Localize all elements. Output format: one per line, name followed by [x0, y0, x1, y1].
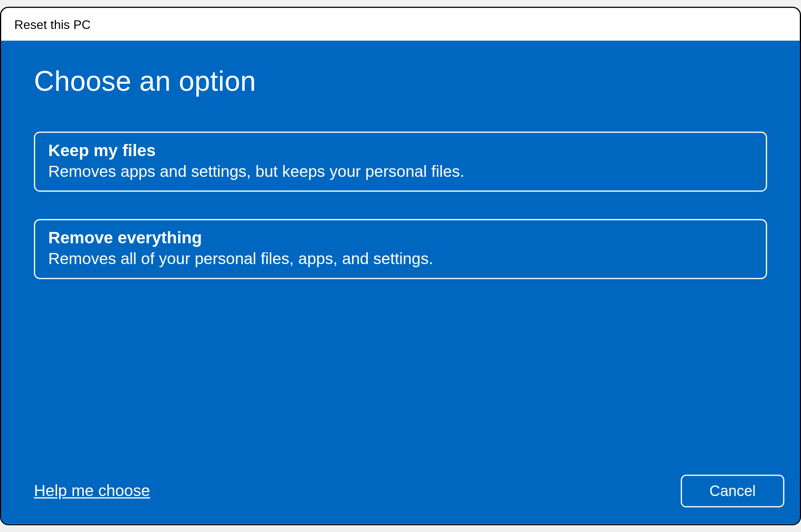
- titlebar: Reset this PC: [1, 8, 800, 41]
- option-title: Remove everything: [48, 228, 753, 248]
- dialog-title: Reset this PC: [14, 17, 91, 31]
- option-description: Removes apps and settings, but keeps you…: [48, 163, 753, 181]
- option-title: Keep my files: [48, 141, 753, 160]
- option-description: Removes all of your personal files, apps…: [48, 250, 753, 268]
- dialog-footer: Help me choose Cancel: [34, 475, 785, 508]
- help-me-choose-link[interactable]: Help me choose: [34, 482, 150, 500]
- cancel-button[interactable]: Cancel: [681, 475, 784, 508]
- remove-everything-option[interactable]: Remove everything Removes all of your pe…: [34, 219, 767, 279]
- options-list: Keep my files Removes apps and settings,…: [34, 131, 767, 279]
- keep-my-files-option[interactable]: Keep my files Removes apps and settings,…: [34, 131, 767, 192]
- dialog-content: Choose an option Keep my files Removes a…: [1, 41, 800, 524]
- page-heading: Choose an option: [34, 65, 767, 97]
- reset-pc-dialog: Reset this PC Choose an option Keep my f…: [0, 7, 801, 525]
